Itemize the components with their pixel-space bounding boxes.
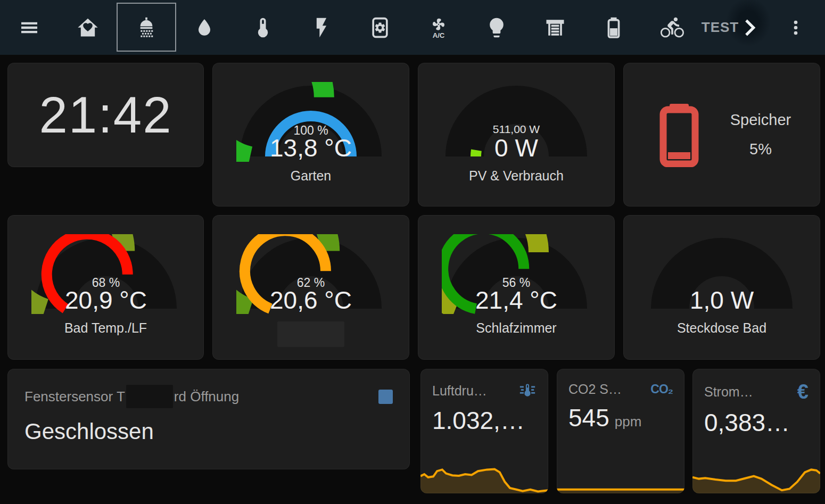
mini-graph-value: 545 [568,403,609,432]
gauge-label: Steckdose Bad [677,320,766,336]
tab-energy[interactable] [292,0,351,55]
top-toolbar: A/C TEST [0,0,825,55]
home-heart-icon [76,16,100,39]
mini-graph-value: 1.032,… [432,406,525,435]
ac-label: A/C [432,31,444,39]
battery-storage-level: 5% [730,135,791,164]
gauge-garten: 100 %13,8 °C [236,63,385,162]
svg-text:13,8 °C: 13,8 °C [270,134,352,162]
window-sensor-title-suffix: rd Öffnung [174,389,239,405]
gauge-card-steckdose[interactable]: 1,0 W Steckdose Bad [623,215,820,360]
clock-card: 21:42 [7,63,204,167]
mini-graph-card-luftdruck[interactable]: Luftdru… 1.032,… [420,369,548,493]
gauge-card-schlafzimmer[interactable]: 56 %21,4 °C Schlafzimmer [418,215,615,360]
gauge-card-pv[interactable]: 511,00 W0 W PV & Verbrauch [418,63,615,206]
scroll-right-button[interactable] [733,11,766,44]
battery-icon [602,16,625,39]
gauge-label: Garten [291,168,331,184]
redacted-label [277,321,344,347]
tab-lights[interactable] [468,0,526,55]
window-sensor-title: Fenstersensor T rd Öffnung [24,385,393,408]
gauge-steckdose: 1,0 W [647,215,796,314]
overflow-menu-button[interactable] [766,0,825,55]
mini-graph-unit: ppm [615,414,642,430]
gauge-card-bad[interactable]: 68 %20,9 °C Bad Temp./LF [7,215,204,360]
gauge-label: Bad Temp./LF [64,320,147,336]
mini-graph-card-co2[interactable]: CO2 S… CO₂ 545 ppm [557,369,684,493]
tab-bathroom[interactable] [117,0,176,55]
gauge-redacted-room: 62 %20,6 °C [236,215,385,314]
euro-icon: € [797,382,808,402]
window-sensor-title-prefix: Fenstersensor T [24,389,125,405]
gauge-schlafzimmer: 56 %21,4 °C [442,215,591,314]
gauge-bad: 68 %20,9 °C [31,215,180,314]
gauge-card-garten[interactable]: 100 %13,8 °C Garten [212,63,409,206]
mini-graph-title: Strom… [704,384,753,400]
thermometer-lines-icon [518,382,537,400]
dots-vertical-icon [785,17,806,38]
battery-low-icon [653,102,706,167]
tab-home[interactable] [59,0,117,55]
window-sensor-card[interactable]: Fenstersensor T rd Öffnung Geschlossen [7,369,410,469]
tab-bike[interactable] [643,0,702,55]
battery-storage-name: Speicher [730,105,791,135]
redacted-text-block [126,385,173,408]
window-sensor-state-icon[interactable] [378,390,393,404]
gauge-label: PV & Verbrauch [469,168,564,184]
flash-icon [310,16,333,39]
gauge-label: Schlafzimmer [476,320,556,336]
gauge-pv: 511,00 W0 W [442,63,591,162]
svg-text:20,9 °C: 20,9 °C [65,286,147,314]
tab-test[interactable]: TEST [702,0,766,55]
shower-head-icon [135,16,158,39]
tab-water[interactable] [175,0,234,55]
window-shutter-icon [543,16,567,39]
air-purifier-icon [368,16,392,39]
lightbulb-icon [485,16,508,39]
battery-storage-card[interactable]: Speicher 5% [623,63,820,206]
water-drop-icon [193,16,216,39]
mini-graph-card-strom[interactable]: Strom… € 0,383… [692,369,820,493]
co2-icon: CO₂ [650,382,673,396]
menu-icon [19,17,40,38]
tab-temperature[interactable] [234,0,292,55]
dashboard: A/C TEST [0,0,825,504]
bicycle-icon [661,16,684,39]
thermometer-icon [251,16,275,39]
chevron-right-icon [733,11,766,44]
mini-graph-title: Luftdru… [432,383,487,399]
svg-text:1,0 W: 1,0 W [690,286,754,314]
battery-storage-text: Speicher 5% [730,105,791,164]
clock-time: 21:42 [39,86,172,144]
gauge-card-redacted-room[interactable]: 62 %20,6 °C [212,215,409,360]
tab-battery[interactable] [584,0,643,55]
fan-ac-icon: A/C [427,16,450,39]
tab-shutters[interactable] [526,0,584,55]
svg-text:20,6 °C: 20,6 °C [270,286,352,314]
svg-text:511,00 W: 511,00 W [493,123,540,135]
tab-ac[interactable]: A/C [409,0,468,55]
svg-text:21,4 °C: 21,4 °C [475,286,557,314]
svg-text:0 W: 0 W [494,134,538,162]
mini-graph-value: 0,383… [704,408,790,437]
window-sensor-state: Geschlossen [24,419,393,444]
menu-button[interactable] [0,0,59,55]
mini-graph-title: CO2 S… [568,382,622,397]
tab-air-purifier[interactable] [351,0,409,55]
